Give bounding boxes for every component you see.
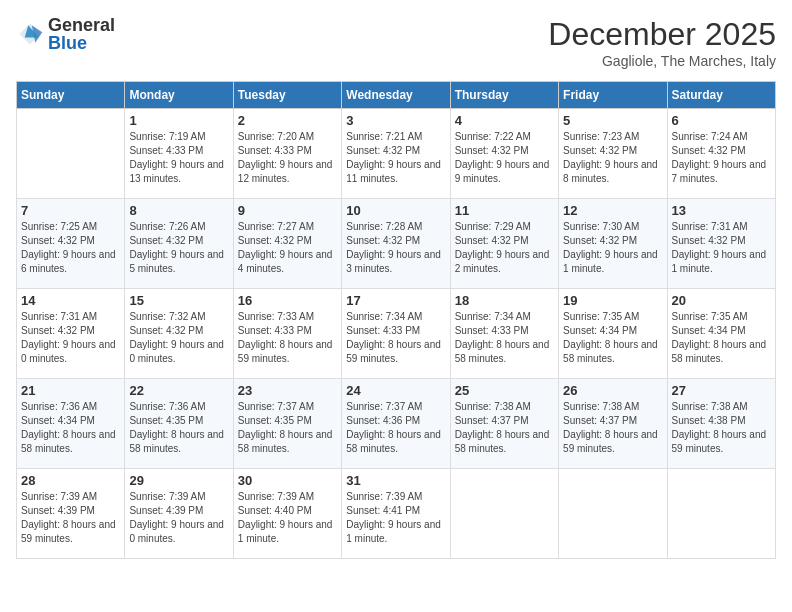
calendar-cell: 7Sunrise: 7:25 AMSunset: 4:32 PMDaylight… [17,199,125,289]
day-detail: Sunrise: 7:24 AMSunset: 4:32 PMDaylight:… [672,130,771,186]
location: Gagliole, The Marches, Italy [548,53,776,69]
calendar-cell: 13Sunrise: 7:31 AMSunset: 4:32 PMDayligh… [667,199,775,289]
calendar-week-row: 28Sunrise: 7:39 AMSunset: 4:39 PMDayligh… [17,469,776,559]
weekday-header: Saturday [667,82,775,109]
day-detail: Sunrise: 7:37 AMSunset: 4:36 PMDaylight:… [346,400,445,456]
day-number: 29 [129,473,228,488]
calendar-cell: 28Sunrise: 7:39 AMSunset: 4:39 PMDayligh… [17,469,125,559]
day-number: 5 [563,113,662,128]
day-detail: Sunrise: 7:39 AMSunset: 4:40 PMDaylight:… [238,490,337,546]
calendar-cell: 27Sunrise: 7:38 AMSunset: 4:38 PMDayligh… [667,379,775,469]
weekday-header: Tuesday [233,82,341,109]
title-block: December 2025 Gagliole, The Marches, Ita… [548,16,776,69]
calendar-week-row: 14Sunrise: 7:31 AMSunset: 4:32 PMDayligh… [17,289,776,379]
weekday-header: Thursday [450,82,558,109]
calendar-cell: 19Sunrise: 7:35 AMSunset: 4:34 PMDayligh… [559,289,667,379]
calendar-body: 1Sunrise: 7:19 AMSunset: 4:33 PMDaylight… [17,109,776,559]
calendar-cell: 9Sunrise: 7:27 AMSunset: 4:32 PMDaylight… [233,199,341,289]
month-title: December 2025 [548,16,776,53]
calendar-cell [667,469,775,559]
calendar-cell: 30Sunrise: 7:39 AMSunset: 4:40 PMDayligh… [233,469,341,559]
day-number: 26 [563,383,662,398]
day-number: 21 [21,383,120,398]
day-number: 3 [346,113,445,128]
calendar-cell: 10Sunrise: 7:28 AMSunset: 4:32 PMDayligh… [342,199,450,289]
weekday-header: Monday [125,82,233,109]
day-number: 20 [672,293,771,308]
calendar-cell: 24Sunrise: 7:37 AMSunset: 4:36 PMDayligh… [342,379,450,469]
day-number: 14 [21,293,120,308]
calendar-cell [559,469,667,559]
day-number: 12 [563,203,662,218]
calendar-cell: 5Sunrise: 7:23 AMSunset: 4:32 PMDaylight… [559,109,667,199]
calendar-cell: 14Sunrise: 7:31 AMSunset: 4:32 PMDayligh… [17,289,125,379]
day-detail: Sunrise: 7:21 AMSunset: 4:32 PMDaylight:… [346,130,445,186]
day-detail: Sunrise: 7:36 AMSunset: 4:35 PMDaylight:… [129,400,228,456]
logo-icon [16,20,44,48]
day-number: 18 [455,293,554,308]
weekday-header-row: SundayMondayTuesdayWednesdayThursdayFrid… [17,82,776,109]
day-number: 2 [238,113,337,128]
calendar-cell: 11Sunrise: 7:29 AMSunset: 4:32 PMDayligh… [450,199,558,289]
day-detail: Sunrise: 7:19 AMSunset: 4:33 PMDaylight:… [129,130,228,186]
day-number: 27 [672,383,771,398]
day-detail: Sunrise: 7:31 AMSunset: 4:32 PMDaylight:… [672,220,771,276]
calendar-header: SundayMondayTuesdayWednesdayThursdayFrid… [17,82,776,109]
calendar-cell: 3Sunrise: 7:21 AMSunset: 4:32 PMDaylight… [342,109,450,199]
day-detail: Sunrise: 7:32 AMSunset: 4:32 PMDaylight:… [129,310,228,366]
day-detail: Sunrise: 7:29 AMSunset: 4:32 PMDaylight:… [455,220,554,276]
day-number: 22 [129,383,228,398]
calendar-cell: 12Sunrise: 7:30 AMSunset: 4:32 PMDayligh… [559,199,667,289]
calendar-week-row: 7Sunrise: 7:25 AMSunset: 4:32 PMDaylight… [17,199,776,289]
calendar-cell: 20Sunrise: 7:35 AMSunset: 4:34 PMDayligh… [667,289,775,379]
day-number: 8 [129,203,228,218]
calendar-cell: 1Sunrise: 7:19 AMSunset: 4:33 PMDaylight… [125,109,233,199]
calendar-table: SundayMondayTuesdayWednesdayThursdayFrid… [16,81,776,559]
day-detail: Sunrise: 7:33 AMSunset: 4:33 PMDaylight:… [238,310,337,366]
calendar-cell: 23Sunrise: 7:37 AMSunset: 4:35 PMDayligh… [233,379,341,469]
logo-text: General Blue [48,16,115,52]
day-number: 15 [129,293,228,308]
day-number: 9 [238,203,337,218]
day-number: 1 [129,113,228,128]
calendar-cell: 8Sunrise: 7:26 AMSunset: 4:32 PMDaylight… [125,199,233,289]
day-detail: Sunrise: 7:38 AMSunset: 4:38 PMDaylight:… [672,400,771,456]
calendar-cell: 29Sunrise: 7:39 AMSunset: 4:39 PMDayligh… [125,469,233,559]
weekday-header: Friday [559,82,667,109]
day-detail: Sunrise: 7:38 AMSunset: 4:37 PMDaylight:… [563,400,662,456]
logo-general: General [48,16,115,34]
day-detail: Sunrise: 7:27 AMSunset: 4:32 PMDaylight:… [238,220,337,276]
calendar-cell [17,109,125,199]
calendar-cell: 6Sunrise: 7:24 AMSunset: 4:32 PMDaylight… [667,109,775,199]
day-number: 16 [238,293,337,308]
logo: General Blue [16,16,115,52]
weekday-header: Wednesday [342,82,450,109]
day-number: 24 [346,383,445,398]
calendar-cell: 26Sunrise: 7:38 AMSunset: 4:37 PMDayligh… [559,379,667,469]
day-detail: Sunrise: 7:31 AMSunset: 4:32 PMDaylight:… [21,310,120,366]
calendar-cell [450,469,558,559]
day-detail: Sunrise: 7:22 AMSunset: 4:32 PMDaylight:… [455,130,554,186]
calendar-cell: 25Sunrise: 7:38 AMSunset: 4:37 PMDayligh… [450,379,558,469]
day-number: 10 [346,203,445,218]
day-number: 31 [346,473,445,488]
calendar-week-row: 21Sunrise: 7:36 AMSunset: 4:34 PMDayligh… [17,379,776,469]
calendar-cell: 17Sunrise: 7:34 AMSunset: 4:33 PMDayligh… [342,289,450,379]
calendar-cell: 16Sunrise: 7:33 AMSunset: 4:33 PMDayligh… [233,289,341,379]
day-detail: Sunrise: 7:38 AMSunset: 4:37 PMDaylight:… [455,400,554,456]
day-number: 30 [238,473,337,488]
day-number: 28 [21,473,120,488]
calendar-week-row: 1Sunrise: 7:19 AMSunset: 4:33 PMDaylight… [17,109,776,199]
day-number: 17 [346,293,445,308]
day-detail: Sunrise: 7:34 AMSunset: 4:33 PMDaylight:… [346,310,445,366]
day-detail: Sunrise: 7:26 AMSunset: 4:32 PMDaylight:… [129,220,228,276]
day-detail: Sunrise: 7:39 AMSunset: 4:39 PMDaylight:… [21,490,120,546]
day-number: 11 [455,203,554,218]
day-detail: Sunrise: 7:35 AMSunset: 4:34 PMDaylight:… [672,310,771,366]
day-detail: Sunrise: 7:25 AMSunset: 4:32 PMDaylight:… [21,220,120,276]
calendar-cell: 4Sunrise: 7:22 AMSunset: 4:32 PMDaylight… [450,109,558,199]
day-detail: Sunrise: 7:37 AMSunset: 4:35 PMDaylight:… [238,400,337,456]
calendar-cell: 2Sunrise: 7:20 AMSunset: 4:33 PMDaylight… [233,109,341,199]
day-number: 19 [563,293,662,308]
day-detail: Sunrise: 7:35 AMSunset: 4:34 PMDaylight:… [563,310,662,366]
